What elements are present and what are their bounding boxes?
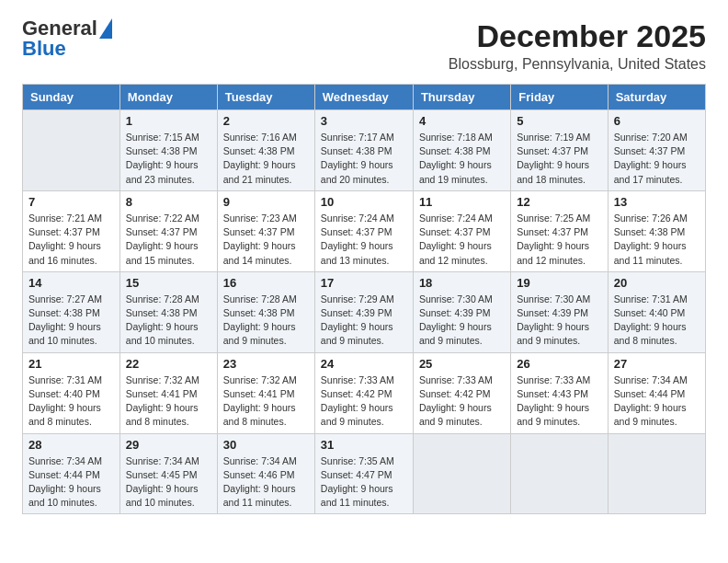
day-info: Sunrise: 7:35 AMSunset: 4:47 PMDaylight:… (321, 454, 407, 511)
day-info: Sunrise: 7:15 AMSunset: 4:38 PMDaylight:… (126, 131, 211, 187)
daylight-text: Daylight: 9 hours and 12 minutes. (419, 239, 505, 267)
daylight-text: Daylight: 9 hours and 19 minutes. (419, 158, 505, 186)
daylight-text: Daylight: 9 hours and 20 minutes. (321, 158, 407, 186)
sunset-text: Sunset: 4:46 PM (223, 468, 309, 482)
calendar-cell (608, 433, 705, 514)
calendar-cell: 28Sunrise: 7:34 AMSunset: 4:44 PMDayligh… (23, 433, 120, 514)
sunrise-text: Sunrise: 7:15 AM (126, 131, 211, 144)
day-info: Sunrise: 7:28 AMSunset: 4:38 PMDaylight:… (126, 293, 211, 349)
sunrise-text: Sunrise: 7:34 AM (614, 373, 700, 387)
month-title: December 2025 (449, 18, 706, 54)
sunrise-text: Sunrise: 7:34 AM (28, 454, 114, 468)
day-info: Sunrise: 7:33 AMSunset: 4:43 PMDaylight:… (517, 373, 601, 430)
header: General Blue December 2025 Blossburg, Pe… (22, 18, 706, 73)
sunrise-text: Sunrise: 7:31 AM (614, 293, 700, 306)
sunrise-text: Sunrise: 7:19 AM (517, 131, 601, 144)
day-info: Sunrise: 7:21 AMSunset: 4:37 PMDaylight:… (28, 212, 114, 268)
day-number: 9 (223, 195, 309, 209)
daylight-text: Daylight: 9 hours and 10 minutes. (126, 320, 211, 348)
sunset-text: Sunset: 4:37 PM (126, 225, 211, 239)
sunset-text: Sunset: 4:38 PM (321, 144, 407, 158)
daylight-text: Daylight: 9 hours and 18 minutes. (517, 158, 601, 186)
day-number: 1 (126, 114, 211, 128)
logo-text-blue: Blue (22, 39, 66, 59)
sunrise-text: Sunrise: 7:21 AM (28, 212, 114, 225)
sunset-text: Sunset: 4:38 PM (223, 306, 309, 320)
daylight-text: Daylight: 9 hours and 11 minutes. (614, 239, 700, 267)
day-number: 2 (223, 114, 309, 128)
daylight-text: Daylight: 9 hours and 15 minutes. (126, 239, 211, 267)
sunset-text: Sunset: 4:37 PM (28, 225, 114, 239)
sunset-text: Sunset: 4:37 PM (517, 144, 601, 158)
calendar-cell: 7Sunrise: 7:21 AMSunset: 4:37 PMDaylight… (23, 190, 120, 271)
sunset-text: Sunset: 4:37 PM (419, 225, 505, 239)
calendar-cell: 12Sunrise: 7:25 AMSunset: 4:37 PMDayligh… (511, 190, 608, 271)
sunrise-text: Sunrise: 7:30 AM (419, 293, 505, 306)
day-info: Sunrise: 7:26 AMSunset: 4:38 PMDaylight:… (614, 212, 700, 268)
day-number: 29 (126, 438, 211, 452)
calendar-week-row: 28Sunrise: 7:34 AMSunset: 4:44 PMDayligh… (23, 433, 706, 514)
logo: General Blue (22, 18, 112, 59)
sunrise-text: Sunrise: 7:35 AM (321, 454, 407, 468)
calendar-cell: 27Sunrise: 7:34 AMSunset: 4:44 PMDayligh… (608, 352, 705, 433)
sunrise-text: Sunrise: 7:31 AM (28, 373, 114, 387)
sunrise-text: Sunrise: 7:34 AM (223, 454, 309, 468)
calendar-cell: 22Sunrise: 7:32 AMSunset: 4:41 PMDayligh… (119, 352, 217, 433)
day-number: 16 (223, 276, 309, 290)
sunrise-text: Sunrise: 7:34 AM (126, 454, 211, 468)
day-number: 22 (126, 357, 211, 371)
day-number: 7 (28, 195, 114, 209)
day-info: Sunrise: 7:27 AMSunset: 4:38 PMDaylight:… (28, 293, 114, 349)
daylight-text: Daylight: 9 hours and 12 minutes. (517, 239, 601, 267)
day-number: 18 (419, 276, 505, 290)
day-number: 28 (28, 438, 114, 452)
sunset-text: Sunset: 4:38 PM (419, 144, 505, 158)
sunset-text: Sunset: 4:38 PM (614, 225, 700, 239)
daylight-text: Daylight: 9 hours and 21 minutes. (223, 158, 309, 186)
sunset-text: Sunset: 4:42 PM (419, 387, 505, 401)
calendar-header-row: SundayMondayTuesdayWednesdayThursdayFrid… (23, 85, 706, 110)
daylight-text: Daylight: 9 hours and 9 minutes. (223, 320, 309, 348)
day-number: 14 (28, 276, 114, 290)
calendar-cell: 26Sunrise: 7:33 AMSunset: 4:43 PMDayligh… (511, 352, 608, 433)
day-number: 24 (321, 357, 407, 371)
sunrise-text: Sunrise: 7:18 AM (419, 131, 505, 144)
col-header-saturday: Saturday (608, 85, 705, 110)
daylight-text: Daylight: 9 hours and 9 minutes. (321, 320, 407, 348)
calendar-cell: 31Sunrise: 7:35 AMSunset: 4:47 PMDayligh… (314, 433, 413, 514)
sunset-text: Sunset: 4:44 PM (28, 468, 114, 482)
sunset-text: Sunset: 4:38 PM (223, 144, 309, 158)
calendar-cell: 19Sunrise: 7:30 AMSunset: 4:39 PMDayligh… (511, 271, 608, 352)
day-info: Sunrise: 7:17 AMSunset: 4:38 PMDaylight:… (321, 131, 407, 187)
daylight-text: Daylight: 9 hours and 9 minutes. (517, 401, 601, 429)
daylight-text: Daylight: 9 hours and 9 minutes. (419, 401, 505, 429)
sunset-text: Sunset: 4:41 PM (223, 387, 309, 401)
sunset-text: Sunset: 4:45 PM (126, 468, 211, 482)
col-header-sunday: Sunday (23, 85, 120, 110)
day-info: Sunrise: 7:33 AMSunset: 4:42 PMDaylight:… (321, 373, 407, 430)
day-number: 3 (321, 114, 407, 128)
calendar-cell: 11Sunrise: 7:24 AMSunset: 4:37 PMDayligh… (413, 190, 510, 271)
sunset-text: Sunset: 4:38 PM (126, 144, 211, 158)
calendar-cell: 25Sunrise: 7:33 AMSunset: 4:42 PMDayligh… (413, 352, 510, 433)
sunrise-text: Sunrise: 7:27 AM (28, 293, 114, 306)
sunrise-text: Sunrise: 7:33 AM (517, 373, 601, 387)
col-header-friday: Friday (511, 85, 608, 110)
calendar-cell: 2Sunrise: 7:16 AMSunset: 4:38 PMDaylight… (217, 110, 314, 191)
sunset-text: Sunset: 4:39 PM (517, 306, 601, 320)
day-info: Sunrise: 7:33 AMSunset: 4:42 PMDaylight:… (419, 373, 505, 430)
day-info: Sunrise: 7:34 AMSunset: 4:44 PMDaylight:… (614, 373, 700, 430)
sunrise-text: Sunrise: 7:22 AM (126, 212, 211, 225)
sunset-text: Sunset: 4:43 PM (517, 387, 601, 401)
daylight-text: Daylight: 9 hours and 10 minutes. (28, 482, 114, 510)
sunset-text: Sunset: 4:41 PM (126, 387, 211, 401)
sunrise-text: Sunrise: 7:26 AM (614, 212, 700, 225)
sunrise-text: Sunrise: 7:28 AM (126, 293, 211, 306)
calendar-week-row: 21Sunrise: 7:31 AMSunset: 4:40 PMDayligh… (23, 352, 706, 433)
day-info: Sunrise: 7:30 AMSunset: 4:39 PMDaylight:… (419, 293, 505, 349)
sunset-text: Sunset: 4:39 PM (321, 306, 407, 320)
daylight-text: Daylight: 9 hours and 9 minutes. (419, 320, 505, 348)
calendar-cell: 15Sunrise: 7:28 AMSunset: 4:38 PMDayligh… (119, 271, 217, 352)
sunset-text: Sunset: 4:47 PM (321, 468, 407, 482)
calendar-cell: 4Sunrise: 7:18 AMSunset: 4:38 PMDaylight… (413, 110, 510, 191)
